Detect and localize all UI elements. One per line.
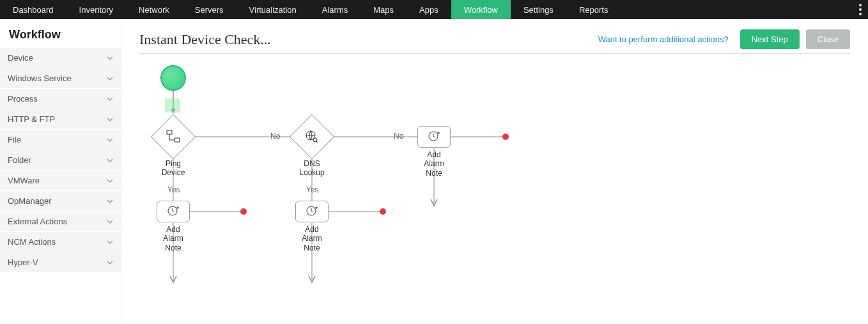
nav-virtualization[interactable]: Virtualization (236, 0, 309, 19)
connector-lines (139, 54, 850, 322)
svg-line-24 (433, 136, 435, 137)
chevron-down-icon (107, 75, 113, 82)
start-node[interactable] (160, 65, 186, 91)
sidebar-item-external-actions[interactable]: External Actions (0, 212, 121, 232)
nav-reports[interactable]: Reports (566, 0, 621, 19)
edge-label-yes-2: Yes (306, 185, 319, 194)
nav-apps[interactable]: Apps (407, 0, 451, 19)
edge-label-no-2: No (394, 132, 403, 141)
chevron-down-icon (107, 55, 113, 61)
ping-label-1: Ping (166, 159, 181, 168)
svg-rect-14 (167, 130, 172, 134)
clock-plus-icon (305, 204, 319, 220)
add-alarm-note-node-3[interactable]: Add Alarm Note (417, 126, 451, 178)
sidebar: Workflow Device Windows Service Process … (0, 19, 121, 324)
start-circle-icon (160, 65, 186, 91)
sidebar-item-windows-service[interactable]: Windows Service (0, 68, 121, 89)
sidebar-item-vmware[interactable]: VMWare (0, 171, 121, 191)
ping-device-node[interactable]: Ping Device (157, 121, 189, 178)
top-nav: Dashboard Inventory Network Servers Virt… (0, 0, 868, 19)
sidebar-item-http-ftp[interactable]: HTTP & FTP (0, 109, 121, 130)
chevron-down-icon (107, 219, 113, 225)
alarm1-label-2: Alarm (163, 234, 183, 243)
kebab-menu-icon[interactable] (859, 0, 862, 19)
alarm2-label-1: Add (305, 225, 318, 234)
nav-settings[interactable]: Settings (511, 0, 566, 19)
alarm2-label-2: Alarm (302, 234, 322, 243)
network-icon (158, 121, 189, 152)
alarm3-label-2: Alarm (424, 159, 444, 168)
sidebar-item-hyper-v[interactable]: Hyper-V (0, 252, 121, 273)
nav-workflow[interactable]: Workflow (451, 0, 511, 19)
chevron-down-icon (107, 157, 113, 164)
sidebar-title: Workflow (0, 19, 121, 48)
nav-inventory[interactable]: Inventory (66, 0, 126, 19)
chevron-down-icon (107, 178, 113, 184)
dns-label-1: DNS (304, 159, 320, 168)
end-dot-1 (240, 208, 247, 215)
sidebar-item-file[interactable]: File (0, 130, 121, 150)
alarm1-label-1: Add (166, 225, 180, 234)
sidebar-item-device[interactable]: Device (0, 48, 121, 68)
chevron-down-icon (107, 137, 113, 143)
chevron-down-icon (107, 259, 113, 266)
next-step-button[interactable]: Next Step (740, 29, 800, 49)
dns-lookup-node[interactable]: DNS Lookup (296, 121, 328, 178)
chevron-down-icon (107, 239, 113, 245)
nav-maps[interactable]: Maps (360, 0, 407, 19)
nav-alarms[interactable]: Alarms (309, 0, 360, 19)
workflow-canvas[interactable]: Ping Device DNS Lookup (139, 54, 850, 322)
close-button[interactable]: Close (806, 29, 850, 49)
svg-point-2 (859, 13, 862, 15)
sidebar-item-folder[interactable]: Folder (0, 150, 121, 171)
nav-dashboard[interactable]: Dashboard (0, 0, 66, 19)
alarm1-label-3: Note (165, 243, 181, 252)
start-highlight (165, 98, 180, 112)
alarm3-label-1: Add (427, 150, 440, 159)
help-link[interactable]: Want to perform additional actions? (598, 35, 729, 44)
edge-label-no-1: No (270, 132, 280, 141)
ping-label-2: Device (162, 168, 185, 177)
end-dot-3 (502, 134, 509, 140)
clock-plus-icon (166, 204, 180, 220)
svg-rect-15 (174, 138, 180, 142)
chevron-down-icon (107, 96, 113, 102)
end-dot-2 (380, 208, 386, 215)
svg-point-0 (859, 4, 862, 6)
chevron-down-icon (107, 116, 113, 123)
sidebar-item-process[interactable]: Process (0, 89, 121, 109)
chevron-down-icon (107, 198, 113, 204)
svg-line-21 (316, 141, 318, 143)
sidebar-item-opmanager[interactable]: OpManager (0, 191, 121, 212)
page-title: Instant Device Check... (139, 31, 271, 48)
svg-line-34 (311, 211, 313, 212)
edge-label-yes-1: Yes (167, 185, 180, 194)
svg-line-29 (173, 211, 174, 212)
sidebar-item-ncm-actions[interactable]: NCM Actions (0, 232, 121, 252)
nav-network[interactable]: Network (126, 0, 182, 19)
add-alarm-note-node-1[interactable]: Add Alarm Note (157, 201, 190, 252)
svg-point-1 (859, 8, 862, 11)
nav-servers[interactable]: Servers (182, 0, 236, 19)
globe-search-icon (297, 121, 327, 152)
dns-label-2: Lookup (299, 168, 324, 177)
add-alarm-note-node-2[interactable]: Add Alarm Note (295, 201, 329, 252)
clock-plus-icon (427, 129, 441, 145)
main-content: Instant Device Check... Want to perform … (121, 19, 868, 324)
alarm2-label-3: Note (304, 243, 320, 252)
alarm3-label-3: Note (426, 169, 442, 178)
